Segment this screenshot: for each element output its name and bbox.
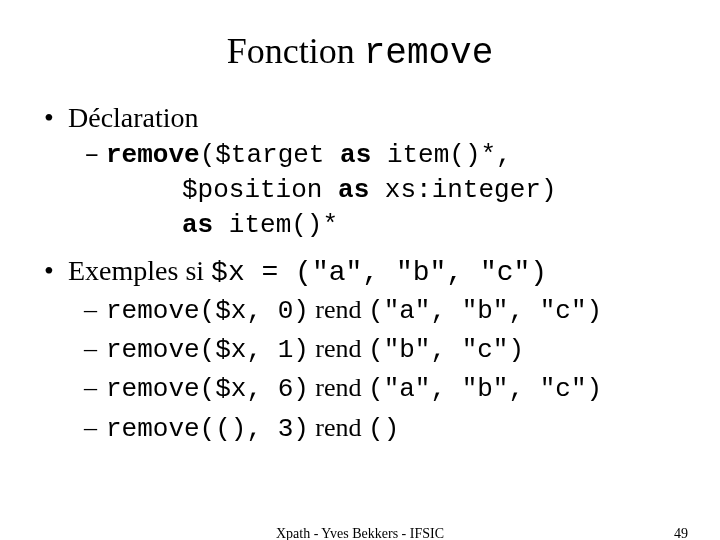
example-row: remove($x, 6) rend ("a", "b", "c")	[68, 370, 680, 407]
example-rend: rend	[309, 334, 368, 363]
decl-l3-post: item()*	[213, 210, 338, 240]
examples-section: Exemples si $x = ("a", "b", "c") remove(…	[40, 255, 680, 446]
example-row: remove($x, 1) rend ("b", "c")	[68, 331, 680, 368]
example-rend: rend	[309, 413, 368, 442]
decl-l1-kw: as	[340, 140, 371, 170]
decl-l1-post: item()*,	[371, 140, 511, 170]
example-rend: rend	[309, 295, 368, 324]
example-result: ("a", "b", "c")	[368, 374, 602, 404]
example-row: remove((), 3) rend ()	[68, 410, 680, 447]
example-rend: rend	[309, 373, 368, 402]
content-list: Déclaration remove($target as item()*, $…	[40, 102, 680, 447]
example-call: remove($x, 0)	[106, 296, 309, 326]
decl-l2-post: xs:integer)	[369, 175, 556, 205]
example-call: remove($x, 6)	[106, 374, 309, 404]
title-text: Fonction	[227, 31, 364, 71]
example-result: ("b", "c")	[368, 335, 524, 365]
decl-fn-name: remove	[106, 140, 200, 170]
example-result: ()	[368, 414, 399, 444]
page-number: 49	[674, 526, 688, 540]
example-row: remove($x, 0) rend ("a", "b", "c")	[68, 292, 680, 329]
declaration-sub: remove($target as item()*, $position as …	[68, 138, 680, 243]
declaration-label: Déclaration	[68, 102, 199, 133]
example-call: remove($x, 1)	[106, 335, 309, 365]
examples-label-code: $x = ("a", "b", "c")	[211, 257, 547, 288]
example-call: remove((), 3)	[106, 414, 309, 444]
decl-l3-kw: as	[182, 210, 213, 240]
decl-l2-kw: as	[338, 175, 369, 205]
footer-center: Xpath - Yves Bekkers - IFSIC	[0, 526, 720, 540]
declaration-section: Déclaration remove($target as item()*, $…	[40, 102, 680, 243]
decl-l2-pre: $position	[182, 175, 338, 205]
examples-label-pre: Exemples si	[68, 255, 211, 286]
slide-title: Fonction remove	[40, 30, 680, 74]
slide: Fonction remove Déclaration remove($targ…	[0, 0, 720, 540]
decl-line2: $position as xs:integer)	[106, 173, 680, 208]
title-code: remove	[364, 33, 494, 74]
examples-sub: remove($x, 0) rend ("a", "b", "c") remov…	[68, 292, 680, 446]
example-result: ("a", "b", "c")	[368, 296, 602, 326]
declaration-signature: remove($target as item()*, $position as …	[68, 138, 680, 243]
decl-line3: as item()*	[106, 208, 680, 243]
decl-l1-mid: ($target	[200, 140, 340, 170]
